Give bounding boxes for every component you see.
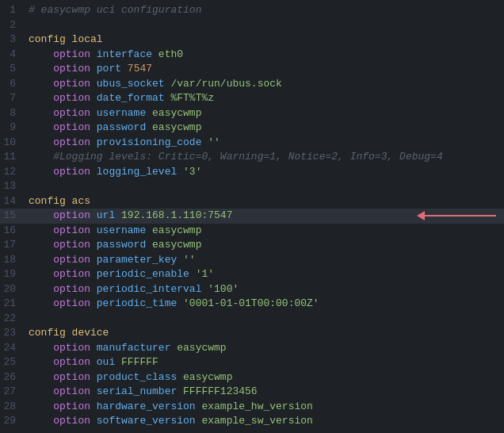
line-content-7: option date_format %FT%T%z [25, 91, 504, 106]
code-line-25: 25 option oui FFFFFF [0, 355, 504, 370]
line-content-3: config local [25, 33, 504, 48]
line-content-18: option parameter_key '' [25, 253, 504, 268]
code-line-1: 1# easycwmp uci configuration [0, 3, 504, 18]
line-number-4: 4 [0, 48, 25, 63]
line-content-24: option manufacturer easycwmp [25, 341, 504, 356]
line-number-27: 27 [0, 385, 25, 400]
code-line-10: 10 option provisioning_code '' [0, 136, 504, 151]
line-number-8: 8 [0, 106, 25, 121]
line-content-28: option hardware_version example_hw_versi… [25, 400, 504, 415]
code-line-23: 23config device [0, 326, 504, 341]
code-line-12: 12 option logging_level '3' [0, 165, 504, 180]
code-line-29: 29 option software_version example_sw_ve… [0, 414, 504, 429]
code-line-3: 3config local [0, 33, 504, 48]
line-number-5: 5 [0, 62, 25, 77]
code-line-20: 20 option periodic_interval '100' [0, 282, 504, 297]
code-editor: 1# easycwmp uci configuration2 3config l… [0, 0, 504, 432]
code-line-21: 21 option periodic_time '0001-01-01T00:0… [0, 297, 504, 312]
code-line-13: 13 [0, 179, 504, 194]
line-number-22: 22 [0, 312, 25, 327]
code-line-5: 5 option port 7547 [0, 62, 504, 77]
line-number-26: 26 [0, 370, 25, 385]
line-number-19: 19 [0, 267, 25, 282]
code-line-18: 18 option parameter_key '' [0, 253, 504, 268]
code-line-4: 4 option interface eth0 [0, 48, 504, 63]
line-number-12: 12 [0, 165, 25, 180]
code-line-15: 15 option url 192.168.1.110:7547 [0, 209, 504, 224]
line-number-2: 2 [0, 18, 25, 33]
line-content-21: option periodic_time '0001-01-01T00:00:0… [25, 297, 504, 312]
code-line-17: 17 option password easycwmp [0, 238, 504, 253]
line-content-15: option url 192.168.1.110:7547 [25, 209, 504, 224]
line-content-13 [25, 179, 504, 194]
line-content-11: #Logging levels: Critic=0, Warning=1, No… [25, 150, 504, 165]
line-number-10: 10 [0, 136, 25, 151]
line-content-26: option product_class easycwmp [25, 370, 504, 385]
line-number-18: 18 [0, 253, 25, 268]
code-line-19: 19 option periodic_enable '1' [0, 267, 504, 282]
line-content-6: option ubus_socket /var/run/ubus.sock [25, 77, 504, 92]
line-content-25: option oui FFFFFF [25, 355, 504, 370]
code-line-14: 14config acs [0, 194, 504, 209]
line-content-9: option password easycwmp [25, 121, 504, 136]
line-number-6: 6 [0, 77, 25, 92]
line-number-24: 24 [0, 341, 25, 356]
line-number-9: 9 [0, 121, 25, 136]
line-number-25: 25 [0, 355, 25, 370]
code-line-28: 28 option hardware_version example_hw_ve… [0, 400, 504, 415]
code-line-6: 6 option ubus_socket /var/run/ubus.sock [0, 77, 504, 92]
line-content-29: option software_version example_sw_versi… [25, 414, 504, 429]
line-content-1: # easycwmp uci configuration [25, 3, 504, 18]
line-number-23: 23 [0, 326, 25, 341]
line-number-13: 13 [0, 179, 25, 194]
line-number-29: 29 [0, 414, 25, 429]
line-content-22 [25, 312, 504, 327]
line-content-12: option logging_level '3' [25, 165, 504, 180]
line-content-5: option port 7547 [25, 62, 504, 77]
code-line-16: 16 option username easycwmp [0, 224, 504, 239]
code-line-24: 24 option manufacturer easycwmp [0, 341, 504, 356]
line-number-15: 15 [0, 209, 25, 224]
line-content-17: option password easycwmp [25, 238, 504, 253]
line-number-1: 1 [0, 3, 25, 18]
line-number-14: 14 [0, 194, 25, 209]
code-line-22: 22 [0, 312, 504, 327]
code-line-7: 7 option date_format %FT%T%z [0, 91, 504, 106]
code-line-26: 26 option product_class easycwmp [0, 370, 504, 385]
line-number-20: 20 [0, 282, 25, 297]
line-content-2 [25, 18, 504, 33]
line-number-21: 21 [0, 297, 25, 312]
code-line-9: 9 option password easycwmp [0, 121, 504, 136]
code-line-2: 2 [0, 18, 504, 33]
code-line-27: 27 option serial_number FFFFFF123456 [0, 385, 504, 400]
code-line-11: 11 #Logging levels: Critic=0, Warning=1,… [0, 150, 504, 165]
line-number-7: 7 [0, 91, 25, 106]
code-line-8: 8 option username easycwmp [0, 106, 504, 121]
line-content-27: option serial_number FFFFFF123456 [25, 385, 504, 400]
line-number-17: 17 [0, 238, 25, 253]
line-number-11: 11 [0, 150, 25, 165]
line-number-28: 28 [0, 400, 25, 415]
line-content-14: config acs [25, 194, 504, 209]
line-content-19: option periodic_enable '1' [25, 267, 504, 282]
line-content-10: option provisioning_code '' [25, 136, 504, 151]
line-content-20: option periodic_interval '100' [25, 282, 504, 297]
line-content-23: config device [25, 326, 504, 341]
line-content-4: option interface eth0 [25, 48, 504, 63]
line-number-16: 16 [0, 224, 25, 239]
line-content-16: option username easycwmp [25, 224, 504, 239]
line-number-3: 3 [0, 33, 25, 48]
line-content-8: option username easycwmp [25, 106, 504, 121]
